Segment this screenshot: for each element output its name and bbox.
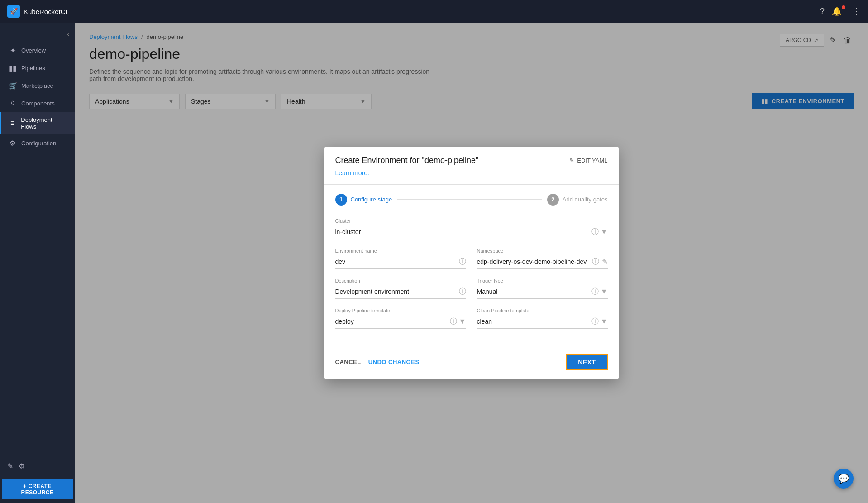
modal-footer: CANCEL UNDO CHANGES NEXT bbox=[324, 349, 619, 379]
step-2-circle: 2 bbox=[547, 194, 559, 206]
learn-more-link[interactable]: Learn more. bbox=[335, 169, 369, 177]
edit-icon[interactable]: ✎ bbox=[7, 462, 13, 470]
sidebar-item-label: Configuration bbox=[21, 140, 56, 147]
edit-yaml-icon: ✎ bbox=[569, 157, 574, 164]
description-help-icon[interactable]: ⓘ bbox=[459, 287, 466, 297]
deployment-flows-icon: ≡ bbox=[9, 119, 16, 127]
modal-title: Create Environment for "demo-pipeline" bbox=[335, 156, 479, 165]
namespace-help-icon[interactable]: ⓘ bbox=[592, 257, 599, 267]
components-icon: ◊ bbox=[9, 99, 17, 107]
content-inner: Deployment Flows / demo-pipeline demo-pi… bbox=[75, 23, 868, 131]
namespace-label: Namespace bbox=[477, 248, 608, 254]
next-button[interactable]: NEXT bbox=[566, 354, 607, 370]
clean-pipeline-dropdown-icon[interactable]: ▼ bbox=[601, 317, 608, 326]
namespace-edit-icon[interactable]: ✎ bbox=[602, 258, 608, 266]
description-field-group: Description ⓘ bbox=[335, 278, 466, 299]
sidebar-item-label: Deployment Flows bbox=[21, 116, 67, 130]
clean-pipeline-col: Clean Pipeline template ⓘ ▼ bbox=[477, 308, 608, 338]
deploy-pipeline-dropdown-icon[interactable]: ▼ bbox=[459, 317, 466, 326]
cancel-button[interactable]: CANCEL bbox=[335, 359, 361, 365]
trigger-type-field-group: Trigger type ⓘ ▼ bbox=[477, 278, 608, 299]
trigger-type-row: ⓘ ▼ bbox=[477, 285, 608, 299]
deploy-pipeline-col: Deploy Pipeline template ⓘ ▼ bbox=[335, 308, 466, 338]
description-row: ⓘ bbox=[335, 285, 466, 299]
description-col: Description ⓘ bbox=[335, 278, 466, 308]
undo-changes-button[interactable]: UNDO CHANGES bbox=[368, 359, 420, 365]
sidebar-item-pipelines[interactable]: ▮▮ Pipelines bbox=[0, 59, 75, 77]
chat-icon: 💬 bbox=[838, 473, 849, 484]
deploy-pipeline-help-icon[interactable]: ⓘ bbox=[450, 317, 457, 326]
desc-trigger-row: Description ⓘ Trigger type bbox=[335, 278, 608, 308]
sidebar: ‹ ✦ Overview ▮▮ Pipelines 🛒 Marketplace … bbox=[0, 23, 75, 503]
help-icon[interactable]: ? bbox=[820, 7, 825, 16]
edit-yaml-label: EDIT YAML bbox=[577, 157, 607, 164]
cluster-dropdown-icon[interactable]: ▼ bbox=[601, 228, 608, 236]
app-logo[interactable]: 🚀 KubeRocketCI bbox=[7, 5, 67, 18]
logo-icon: 🚀 bbox=[7, 5, 20, 18]
deploy-pipeline-input[interactable] bbox=[335, 318, 448, 325]
env-name-label: Environment name bbox=[335, 248, 466, 254]
create-environment-modal: Create Environment for "demo-pipeline" ✎… bbox=[324, 147, 619, 379]
stepper: 1 Configure stage 2 Add quality gates bbox=[335, 194, 608, 206]
app-name: KubeRocketCI bbox=[24, 8, 67, 15]
top-navbar: 🚀 KubeRocketCI ? 🔔 ⋮ bbox=[0, 0, 868, 23]
trigger-type-col: Trigger type ⓘ ▼ bbox=[477, 278, 608, 308]
step-2-label: Add quality gates bbox=[563, 196, 608, 203]
notification-icon[interactable]: 🔔 bbox=[832, 6, 845, 16]
trigger-type-dropdown-icon[interactable]: ▼ bbox=[601, 287, 608, 296]
sidebar-item-deployment-flows[interactable]: ≡ Deployment Flows bbox=[0, 112, 75, 134]
modal-learn-section: Learn more. bbox=[324, 169, 619, 184]
sidebar-item-label: Marketplace bbox=[21, 82, 53, 89]
clean-pipeline-help-icon[interactable]: ⓘ bbox=[591, 317, 599, 326]
namespace-col: Namespace ⓘ ✎ bbox=[477, 248, 608, 278]
step-line bbox=[397, 199, 541, 200]
step-2: 2 Add quality gates bbox=[547, 194, 608, 206]
trigger-type-label: Trigger type bbox=[477, 278, 608, 283]
edit-yaml-button[interactable]: ✎ EDIT YAML bbox=[569, 157, 607, 164]
deploy-pipeline-label: Deploy Pipeline template bbox=[335, 308, 466, 313]
sidebar-item-components[interactable]: ◊ Components bbox=[0, 95, 75, 112]
sidebar-item-label: Overview bbox=[21, 47, 46, 54]
step-1-circle: 1 bbox=[335, 194, 347, 206]
sidebar-item-marketplace[interactable]: 🛒 Marketplace bbox=[0, 77, 75, 95]
description-input[interactable] bbox=[335, 288, 456, 295]
env-name-help-icon[interactable]: ⓘ bbox=[459, 257, 466, 267]
main-content: Deployment Flows / demo-pipeline demo-pi… bbox=[75, 23, 868, 503]
env-namespace-row: Environment name ⓘ Namespace bbox=[335, 248, 608, 278]
main-layout: ‹ ✦ Overview ▮▮ Pipelines 🛒 Marketplace … bbox=[0, 23, 868, 503]
deploy-pipeline-row: ⓘ ▼ bbox=[335, 315, 466, 329]
clean-pipeline-input[interactable] bbox=[477, 318, 590, 325]
collapse-icon[interactable]: ‹ bbox=[67, 30, 69, 38]
env-name-col: Environment name ⓘ bbox=[335, 248, 466, 278]
chat-fab-button[interactable]: 💬 bbox=[834, 469, 854, 489]
modal-header: Create Environment for "demo-pipeline" ✎… bbox=[324, 147, 619, 169]
modal-divider bbox=[324, 184, 619, 185]
configuration-icon: ⚙ bbox=[9, 139, 17, 148]
namespace-input[interactable] bbox=[477, 258, 589, 265]
cluster-label: Cluster bbox=[335, 218, 608, 224]
env-name-input[interactable] bbox=[335, 258, 456, 265]
settings-icon[interactable]: ⚙ bbox=[19, 462, 25, 470]
namespace-row: ⓘ ✎ bbox=[477, 255, 608, 269]
deploy-pipeline-field-group: Deploy Pipeline template ⓘ ▼ bbox=[335, 308, 466, 329]
cluster-field-group: Cluster ⓘ ▼ bbox=[335, 218, 608, 239]
modal-body: 1 Configure stage 2 Add quality gates Cl… bbox=[324, 194, 619, 349]
sidebar-collapse[interactable]: ‹ bbox=[0, 26, 75, 42]
env-name-field-group: Environment name ⓘ bbox=[335, 248, 466, 269]
sidebar-item-overview[interactable]: ✦ Overview bbox=[0, 42, 75, 59]
namespace-field-group: Namespace ⓘ ✎ bbox=[477, 248, 608, 269]
clean-pipeline-field-group: Clean Pipeline template ⓘ ▼ bbox=[477, 308, 608, 329]
pipeline-templates-row: Deploy Pipeline template ⓘ ▼ Clean Pipe bbox=[335, 308, 608, 338]
pipelines-icon: ▮▮ bbox=[9, 64, 17, 72]
trigger-type-input[interactable] bbox=[477, 288, 590, 295]
sidebar-item-label: Pipelines bbox=[21, 65, 45, 72]
cluster-input[interactable] bbox=[335, 228, 590, 235]
sidebar-item-configuration[interactable]: ⚙ Configuration bbox=[0, 134, 75, 152]
cluster-help-icon[interactable]: ⓘ bbox=[591, 227, 599, 237]
clean-pipeline-label: Clean Pipeline template bbox=[477, 308, 608, 313]
create-resource-button[interactable]: + CREATE RESOURCE bbox=[2, 479, 73, 499]
env-name-row: ⓘ bbox=[335, 255, 466, 269]
more-menu-icon[interactable]: ⋮ bbox=[853, 6, 861, 16]
sidebar-item-label: Components bbox=[21, 100, 55, 107]
trigger-type-help-icon[interactable]: ⓘ bbox=[591, 287, 599, 297]
